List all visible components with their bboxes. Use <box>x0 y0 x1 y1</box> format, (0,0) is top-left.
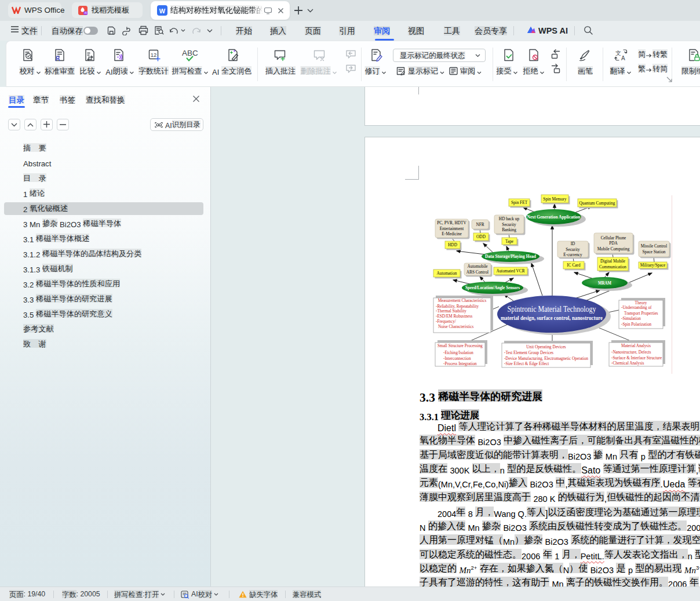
svg-text:-Surface & Interface Structure: -Surface & Interface Structure <box>611 356 662 360</box>
svg-text:A: A <box>621 55 625 61</box>
svg-text:Military/Space: Military/Space <box>640 263 665 268</box>
svg-text:HD back up: HD back up <box>499 216 520 221</box>
svg-text:Security: Security <box>502 222 516 227</box>
svg-text:-Nanostructure, Defects: -Nanostructure, Defects <box>611 350 651 355</box>
svg-text:-Understanding of: -Understanding of <box>621 305 652 310</box>
svg-text:Speed/Location/Angle Sensors: Speed/Location/Angle Sensors <box>465 286 520 290</box>
svg-text:Unit Operating Devices: Unit Operating Devices <box>526 345 566 349</box>
svg-text:-ESD/EM Robustness: -ESD/EM Robustness <box>436 314 472 319</box>
svg-text:文: 文 <box>615 50 621 56</box>
svg-text:material design, surface contr: material design, surface control, nanost… <box>501 315 603 321</box>
svg-text:12: 12 <box>151 52 157 58</box>
svg-text:Security: Security <box>566 247 580 252</box>
svg-text:E-currency: E-currency <box>563 252 582 257</box>
svg-text:Quantum Computing: Quantum Computing <box>579 201 615 206</box>
svg-text:Spin Memory: Spin Memory <box>543 196 567 202</box>
svg-text:E-Medicine: E-Medicine <box>442 231 461 236</box>
svg-text:PDA: PDA <box>609 241 618 246</box>
svg-text:Small Structure Processing: Small Structure Processing <box>437 344 483 348</box>
svg-text:Digital Mobile: Digital Mobile <box>600 258 625 264</box>
svg-text:Transport Properties: Transport Properties <box>624 311 658 316</box>
svg-text:-Spin Polarization: -Spin Polarization <box>621 322 652 327</box>
svg-text:-Interconnection: -Interconnection <box>443 356 471 361</box>
svg-text:Spintronic Material Technology: Spintronic Material Technology <box>508 305 596 314</box>
svg-text:Space Station: Space Station <box>643 249 666 254</box>
svg-text:Entertainment: Entertainment <box>440 226 464 231</box>
svg-text:Automation: Automation <box>437 271 457 276</box>
svg-text:NFR: NFR <box>476 222 484 227</box>
svg-text:Material Analysis: Material Analysis <box>621 344 651 348</box>
svg-text:-Size Effect & Edge Effect: -Size Effect & Edge Effect <box>504 362 549 366</box>
svg-text:Banking: Banking <box>502 227 516 232</box>
svg-text:Mobile Computing: Mobile Computing <box>597 246 630 252</box>
svg-text:W: W <box>159 8 166 14</box>
svg-text:-Test Element Group Devices: -Test Element Group Devices <box>504 351 553 355</box>
svg-text:Noise Characteristics: Noise Characteristics <box>438 325 473 329</box>
svg-text:Communication: Communication <box>599 264 626 269</box>
svg-text:MRAM: MRAM <box>598 281 611 286</box>
svg-text:ABS Control: ABS Control <box>466 269 488 275</box>
svg-text:-Device Manufacturing, Electro: -Device Manufacturing, Electromagnetic O… <box>504 356 588 361</box>
svg-text:PC, PVR, HDTV: PC, PVR, HDTV <box>437 220 466 225</box>
svg-text:IC Card: IC Card <box>567 263 581 268</box>
svg-text:HDD: HDD <box>448 242 457 247</box>
svg-text:-Simulation: -Simulation <box>621 316 641 321</box>
svg-text:ODD: ODD <box>476 234 486 239</box>
svg-text:Theory: Theory <box>635 301 647 305</box>
svg-text:-Reliability, Repeatability: -Reliability, Repeatability <box>436 304 479 309</box>
svg-text:-Process Integration: -Process Integration <box>443 362 477 366</box>
svg-text:Missile Control: Missile Control <box>641 243 668 249</box>
svg-text:Spin FET: Spin FET <box>511 200 528 205</box>
svg-text:-Chemical Analysis: -Chemical Analysis <box>611 361 644 366</box>
svg-text:-Thermal Stability: -Thermal Stability <box>436 309 466 314</box>
svg-text:Automobile: Automobile <box>468 264 488 269</box>
svg-text:Tape: Tape <box>505 239 513 244</box>
svg-text:Next Generation Application: Next Generation Application <box>527 214 581 220</box>
svg-text:Automated VCR: Automated VCR <box>496 268 524 274</box>
svg-text:ID: ID <box>571 241 575 246</box>
svg-text:Measurement Characteristics: Measurement Characteristics <box>438 298 487 303</box>
svg-text:Cellular Phone: Cellular Phone <box>601 235 626 241</box>
svg-text:-Etching/Isolation: -Etching/Isolation <box>443 351 473 355</box>
svg-text:Data Storage/Playing Head: Data Storage/Playing Head <box>485 254 537 259</box>
svg-text:-Frequency/: -Frequency/ <box>436 319 456 324</box>
svg-text:AI: AI <box>85 12 87 14</box>
svg-text:ABC: ABC <box>182 49 198 57</box>
